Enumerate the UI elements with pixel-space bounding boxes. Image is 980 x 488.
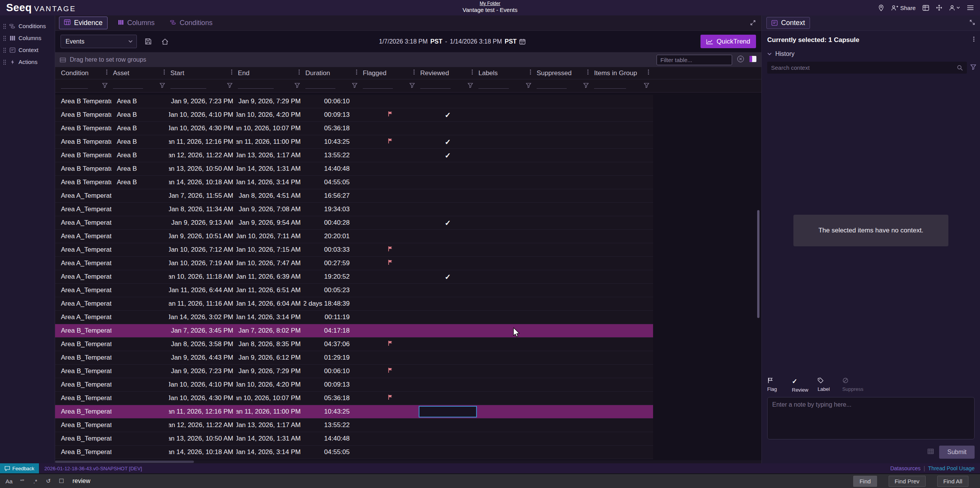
row-group-bar[interactable]: Drag here to set row groups — [55, 52, 761, 67]
column-menu-icon[interactable] — [530, 69, 531, 77]
table-row[interactable]: Area B Temperature > ...Area BJan 11, 20… — [55, 135, 653, 149]
filter-input-line[interactable] — [594, 83, 626, 89]
column-header-flagged[interactable]: Flagged — [361, 67, 419, 79]
move-arrows-icon[interactable] — [936, 5, 942, 11]
thread-pool-link[interactable]: Thread Pool Usage — [928, 465, 975, 471]
calendar-icon[interactable] — [519, 39, 525, 45]
save-view-icon[interactable] — [142, 36, 154, 47]
panel-toggle-icon[interactable] — [749, 56, 757, 64]
table-row[interactable]: Area B Temperature > ...Area BJan 10, 20… — [55, 122, 653, 135]
filter-input-line[interactable] — [61, 83, 88, 89]
filter-input-line[interactable] — [420, 83, 451, 89]
filter-input-line[interactable] — [305, 83, 335, 89]
hamburger-menu-icon[interactable] — [967, 5, 974, 10]
find-all-button[interactable]: Find All — [937, 476, 968, 487]
column-filter-start[interactable] — [169, 79, 236, 92]
sidebar-item-conditions[interactable]: Conditions — [0, 20, 55, 32]
column-header-suppressed[interactable]: Suppressed — [535, 67, 593, 79]
filter-input-line[interactable] — [363, 83, 393, 89]
column-menu-icon[interactable] — [106, 69, 108, 77]
column-header-condition[interactable]: Condition — [59, 67, 111, 79]
filter-funnel-icon[interactable] — [160, 82, 165, 89]
column-filter-reviewed[interactable] — [419, 79, 477, 92]
layout-panels-icon[interactable] — [923, 5, 929, 11]
column-header-labels[interactable]: Labels — [477, 67, 535, 79]
breadcrumb-folder-link[interactable]: My Folder — [463, 1, 517, 6]
context-search-box[interactable] — [767, 62, 967, 74]
regex-icon[interactable]: .* — [30, 476, 40, 486]
table-row[interactable]: Area A_Temperature >...Jan 14, 2026, 3:0… — [55, 311, 653, 324]
sidebar-item-actions[interactable]: Actions — [0, 56, 55, 68]
drag-handle-icon[interactable] — [3, 59, 6, 65]
datasources-link[interactable]: Datasources — [890, 465, 921, 471]
find-input[interactable] — [72, 478, 234, 485]
column-menu-icon[interactable] — [356, 69, 357, 77]
flag-action-button[interactable]: Flag — [767, 377, 783, 393]
column-filter-duration[interactable] — [304, 79, 361, 92]
filter-input-line[interactable] — [113, 83, 143, 89]
table-row[interactable]: Area B_Temperature ...Jan 9, 2026, 4:43 … — [55, 351, 653, 365]
column-filter-end[interactable] — [236, 79, 304, 92]
history-icon[interactable]: ↺ — [43, 476, 54, 486]
table-row[interactable]: Area A_Temperature >...Jan 11, 2026, 6:4… — [55, 284, 653, 297]
vertical-scrollbar[interactable] — [757, 93, 759, 460]
table-row[interactable]: Area A_Temperature >...Jan 11, 2026, 11:… — [55, 297, 653, 311]
context-search-input[interactable] — [771, 64, 957, 71]
column-menu-icon[interactable] — [471, 69, 473, 77]
filter-funnel-icon[interactable] — [468, 82, 473, 89]
table-row[interactable]: Area B Temperature > ...Area BJan 13, 20… — [55, 162, 653, 176]
column-menu-icon[interactable] — [648, 69, 649, 77]
column-header-duration[interactable]: Duration — [304, 67, 361, 79]
table-row[interactable]: Area A_Temperature >...Jan 10, 2026, 7:1… — [55, 243, 653, 257]
tab-evidence[interactable]: Evidence — [59, 17, 108, 29]
user-menu[interactable] — [949, 5, 960, 11]
filter-input-line[interactable] — [478, 83, 509, 89]
cell-reviewed[interactable] — [419, 406, 477, 417]
quicktrend-button[interactable]: QuickTrend — [700, 35, 756, 48]
table-row[interactable]: Area A_Temperature >...Jan 9, 2026, 9:13… — [55, 216, 653, 230]
note-input[interactable] — [767, 397, 975, 439]
kebab-menu-icon[interactable] — [973, 36, 975, 44]
table-row[interactable]: Area B_Temperature ...Jan 10, 2026, 4:10… — [55, 378, 653, 392]
filter-funnel-icon[interactable] — [583, 82, 589, 89]
tab-context[interactable]: Context — [766, 17, 810, 29]
access-pin-icon[interactable] — [878, 5, 884, 11]
scrollbar-thumb[interactable] — [757, 210, 759, 318]
filter-input-line[interactable] — [170, 83, 206, 89]
column-filter-asset[interactable] — [111, 79, 169, 92]
column-header-items-in-group[interactable]: Items in Group — [593, 67, 653, 79]
table-row[interactable]: Area A_Temperature >...Jan 8, 2026, 11:3… — [55, 203, 653, 216]
review-action-button[interactable]: ✓Review — [792, 377, 808, 393]
clear-filter-icon[interactable] — [737, 55, 744, 64]
column-filter-labels[interactable] — [477, 79, 535, 92]
table-row[interactable]: Area B_Temperature ...Jan 12, 2026, 11:2… — [55, 419, 653, 432]
column-filter-flagged[interactable] — [361, 79, 419, 92]
table-row[interactable]: Area B_Temperature ...Jan 7, 2026, 3:45 … — [55, 324, 653, 338]
column-header-end[interactable]: End — [236, 67, 304, 79]
column-menu-icon[interactable] — [413, 69, 415, 77]
column-header-reviewed[interactable]: Reviewed — [419, 67, 477, 79]
table-row[interactable]: Area B Temperature > ...Area BJan 14, 20… — [55, 176, 653, 189]
table-row[interactable]: Area B_Temperature ...Jan 10, 2026, 4:30… — [55, 392, 653, 405]
column-header-start[interactable]: Start — [169, 67, 236, 79]
filter-input-line[interactable] — [238, 83, 274, 89]
submit-button[interactable]: Submit — [939, 446, 975, 459]
table-row[interactable]: Area A_Temperature >...Jan 10, 2026, 11:… — [55, 270, 653, 284]
tab-columns[interactable]: Columns — [113, 17, 160, 29]
filter-funnel-icon[interactable] — [227, 82, 232, 89]
filter-input-line[interactable] — [537, 83, 567, 89]
context-filter-icon[interactable] — [970, 64, 976, 71]
filter-table-input[interactable] — [657, 55, 732, 65]
view-select[interactable]: Events — [61, 35, 137, 48]
scrollbar-thumb[interactable] — [55, 461, 194, 463]
selection-box-icon[interactable]: ☐ — [56, 476, 67, 486]
filter-funnel-icon[interactable] — [352, 82, 357, 89]
sidebar-item-context[interactable]: Context — [0, 44, 55, 56]
column-filter-condition[interactable] — [59, 79, 111, 92]
collapse-panel-icon[interactable] — [969, 19, 975, 27]
filter-funnel-icon[interactable] — [102, 82, 108, 89]
table-row[interactable]: Area A_Temperature >...Jan 7, 2026, 11:5… — [55, 189, 653, 203]
table-row[interactable]: Area B_Temperature ...Jan 9, 2026, 7:23 … — [55, 365, 653, 378]
home-icon[interactable] — [159, 36, 171, 47]
table-row[interactable]: Area B Temperature > ...Area BJan 12, 20… — [55, 149, 653, 162]
